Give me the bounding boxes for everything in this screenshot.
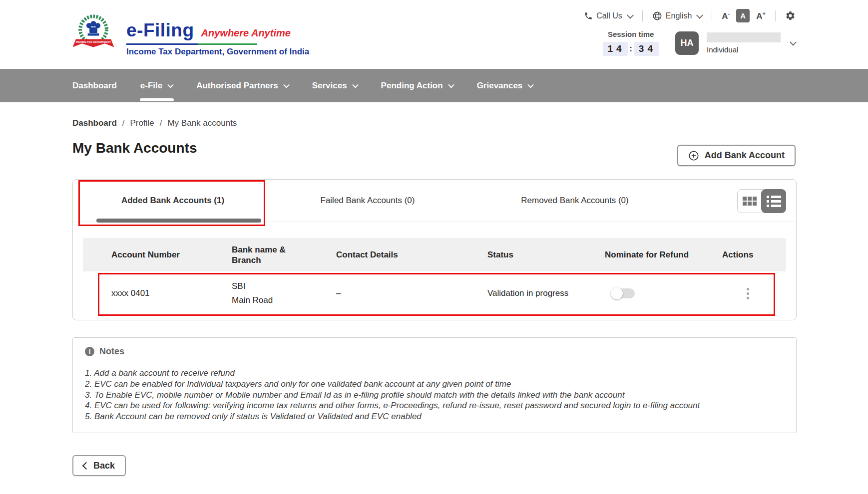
note-item: 1. Add a bank account to receive refund [85,368,796,379]
nav-item-services[interactable]: Services [312,69,358,102]
chevron-down-icon [696,11,703,18]
tab-removed-bank-accounts[interactable]: Removed Bank Accounts (0) [472,196,677,206]
nav-label: e-File [140,81,162,91]
brand-department-text: Income Tax Department, Government of Ind… [126,47,309,57]
nav-item-e-file[interactable]: e-File [140,69,173,102]
notes-header: Notes [85,346,796,357]
chevron-down-icon [283,82,290,88]
chevron-down-icon [627,11,634,18]
settings-gear-icon[interactable] [785,10,796,21]
nav-label: Dashboard [72,81,117,91]
globe-icon [652,11,662,21]
nav-label: Services [312,81,347,91]
accounts-table: Account Number Bank name & Branch Contac… [83,238,786,315]
breadcrumb-item-profile[interactable]: Profile [130,118,154,128]
breadcrumb-separator: / [122,118,125,128]
brand-divider [126,43,257,45]
divider [775,10,776,21]
nav-item-authorised-partners[interactable]: Authorised Partners [196,69,288,102]
font-decrease-button[interactable]: A- [722,10,730,21]
notes-list: 1. Add a bank account to receive refund … [85,368,796,422]
accounts-table-header: Account Number Bank name & Branch Contac… [83,238,786,271]
add-bank-account-label: Add Bank Account [705,150,785,161]
col-contact-details: Contact Details [336,250,487,260]
bank-accounts-tabs: Added Bank Accounts (1) Failed Bank Acco… [73,180,796,222]
header: INCOME TAX DEPARTMENT e-Filing Anywhere … [0,0,868,69]
user-menu-chevron-down-icon[interactable] [790,39,797,46]
breadcrumb-item-current: My Bank accounts [167,118,237,128]
cell-actions [722,288,786,299]
main-nav: Dashboard e-File Authorised Partners Ser… [0,69,868,102]
grid-icon [743,197,757,206]
active-tab-indicator [96,219,261,223]
brand-tagline: Anywhere Anytime [201,27,291,39]
bank-accounts-card: Added Bank Accounts (1) Failed Bank Acco… [72,179,797,320]
tab-added-bank-accounts[interactable]: Added Bank Accounts (1) [83,196,263,206]
back-label: Back [93,461,115,471]
view-toggle [737,189,786,213]
session-minutes: 14 [603,42,627,56]
page-title: My Bank Accounts [72,140,197,156]
bank-name: SBI [232,279,336,293]
chevron-down-icon [352,82,359,88]
language-menu[interactable]: English [652,11,702,21]
cell-account-number: xxxx 0401 [83,288,232,298]
svg-text:INCOME TAX DEPARTMENT: INCOME TAX DEPARTMENT [76,40,111,43]
list-icon [767,196,781,198]
nav-item-dashboard[interactable]: Dashboard [72,69,117,102]
cell-bank-name-branch: SBI Main Road [232,279,336,307]
language-label: English [666,11,692,20]
bank-account-row: xxxx 0401 SBI Main Road – Validation in … [83,271,786,315]
nav-label: Authorised Partners [196,81,278,91]
cell-nominate-for-refund [605,288,722,298]
chevron-down-icon [527,82,534,88]
call-us-label: Call Us [596,11,622,20]
nominate-refund-toggle[interactable] [612,288,635,298]
chevron-down-icon [167,82,174,88]
session-time-label: Session time [603,30,659,38]
nav-label: Pending Action [381,81,443,91]
divider [667,29,667,57]
col-actions: Actions [722,250,786,260]
breadcrumb-item-dashboard[interactable]: Dashboard [72,118,117,128]
divider [712,10,712,21]
header-utility-bar: Call Us English A- A A+ [584,9,796,22]
add-bank-account-button[interactable]: Add Bank Account [677,145,796,166]
col-bank-name-branch: Bank name & Branch [232,245,336,265]
notes-title: Notes [99,346,124,357]
toggle-knob [611,287,623,299]
note-item: 5. Bank Account can be removed only if s… [85,411,796,422]
font-default-button[interactable]: A [736,9,750,22]
back-button[interactable]: Back [72,455,126,476]
income-tax-department-emblem-icon: INCOME TAX DEPARTMENT [71,11,115,57]
avatar[interactable]: HA [675,31,699,55]
plus-circle-icon [688,150,699,161]
col-account-number: Account Number [83,250,232,260]
user-name-placeholder [707,32,781,42]
list-view-button[interactable] [761,189,786,213]
grid-view-button[interactable] [738,190,762,212]
call-us-menu[interactable]: Call Us [584,11,633,20]
breadcrumb: Dashboard / Profile / My Bank accounts [72,118,237,128]
col-nominate-for-refund: Nominate for Refund [605,250,722,260]
font-increase-button[interactable]: A+ [756,10,766,21]
session-timer: Session time 14 : 34 [603,30,659,56]
note-item: 3. To Enable EVC, mobile number or Mobil… [85,390,796,401]
session-user-bar: Session time 14 : 34 HA Individual [603,29,796,57]
note-item: 4. EVC can be used for following: verify… [85,400,796,411]
cell-contact-details: – [336,288,487,298]
session-colon: : [630,44,632,53]
user-role: Individual [707,45,781,54]
tab-failed-bank-accounts[interactable]: Failed Bank Accounts (0) [263,196,472,206]
cell-status: Validation in progress [487,288,605,298]
row-actions-kebab-button[interactable] [743,288,752,299]
nav-item-grievances[interactable]: Grievances [477,69,533,102]
user-info: Individual [707,32,781,54]
brand-block: e-Filing Anywhere Anytime Income Tax Dep… [126,20,309,57]
nav-item-pending-action[interactable]: Pending Action [381,69,453,102]
phone-icon [584,11,593,20]
chevron-down-icon [448,82,454,88]
nav-label: Grievances [477,81,523,91]
bank-branch: Main Road [232,293,336,307]
col-status: Status [487,250,605,260]
